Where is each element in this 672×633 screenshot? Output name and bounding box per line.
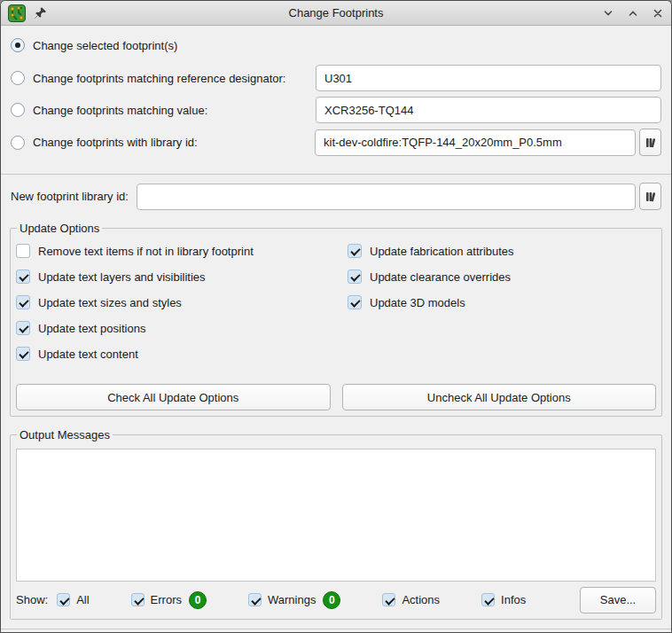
checkbox-show-errors[interactable]	[131, 593, 145, 606]
chevron-down-icon	[603, 8, 613, 19]
dialog-footer: Close Change	[1, 629, 671, 633]
output-messages-panel	[16, 449, 656, 582]
radio-match-reference[interactable]	[11, 71, 25, 85]
uncheck-all-button[interactable]: Uncheck All Update Options	[342, 384, 657, 410]
browse-library-button[interactable]	[639, 129, 661, 156]
option-row: Update text layers and visibilities	[16, 268, 348, 285]
separator	[1, 174, 671, 175]
show-filter-row: Show: All Errors 0 Warnings 0 Act	[16, 586, 656, 613]
filter-warnings: Warnings 0	[248, 591, 340, 609]
checkbox-show-warnings[interactable]	[248, 593, 262, 606]
browse-new-library-button[interactable]	[639, 183, 661, 210]
filter-label: All	[76, 593, 89, 606]
chevron-up-icon	[628, 8, 638, 19]
dialog-content: Change selected footprint(s) Change foot…	[1, 26, 671, 633]
checkbox-label: Update text layers and visibilities	[38, 270, 206, 284]
checkbox-update-text-sizes[interactable]	[16, 295, 30, 309]
option-row: Update fabrication attributes	[348, 242, 656, 260]
checkbox-label: Update fabrication attributes	[370, 245, 514, 258]
checkbox-label: Update text positions	[38, 322, 145, 335]
checkbox-update-fabrication-attributes[interactable]	[348, 244, 362, 258]
radio-match-value[interactable]	[11, 103, 25, 117]
new-library-row: New footprint library id:	[1, 183, 671, 210]
filter-label: Warnings	[268, 593, 316, 606]
close-icon	[652, 8, 663, 19]
output-messages-group: Output Messages Show: All Errors 0 Warni…	[10, 428, 662, 620]
checkbox-update-text-positions[interactable]	[16, 321, 30, 335]
window-controls	[602, 7, 664, 20]
errors-count-badge: 0	[189, 591, 207, 609]
library-books-icon	[645, 137, 657, 149]
new-library-id-input[interactable]	[137, 184, 636, 210]
checkbox-label: Update 3D models	[370, 296, 465, 309]
checkbox-remove-text-items[interactable]	[16, 244, 30, 258]
filter-all: All	[57, 593, 89, 606]
warnings-count-badge: 0	[323, 591, 340, 609]
checkbox-label: Update text sizes and styles	[38, 296, 182, 309]
checkbox-update-3d-models[interactable]	[348, 295, 362, 309]
option-row: Update clearance overrides	[348, 268, 656, 285]
update-options-left-column: Remove text items if not in library foot…	[16, 242, 348, 371]
update-options-columns: Remove text items if not in library foot…	[16, 242, 656, 371]
filter-label: Actions	[402, 593, 440, 606]
filter-label: Errors	[151, 593, 182, 606]
new-library-label: New footprint library id:	[11, 190, 129, 203]
close-button[interactable]	[652, 7, 664, 20]
filter-actions: Actions	[382, 593, 440, 606]
value-input[interactable]	[316, 97, 661, 123]
radio-label: Change footprints with library id:	[33, 136, 198, 149]
show-label: Show:	[16, 593, 48, 606]
update-options-right-column: Update fabrication attributes Update cle…	[348, 242, 656, 371]
checkbox-update-clearance-overrides[interactable]	[348, 270, 362, 284]
save-button[interactable]: Save...	[580, 587, 656, 613]
update-options-title: Update Options	[17, 222, 102, 235]
library-books-icon	[645, 191, 657, 203]
checkbox-update-text-layers[interactable]	[16, 270, 30, 284]
checkbox-show-all[interactable]	[57, 593, 70, 606]
checkbox-label: Update text content	[38, 348, 138, 361]
checkbox-label: Update clearance overrides	[370, 270, 511, 284]
check-all-button[interactable]: Check All Update Options	[16, 384, 331, 410]
reference-designator-input[interactable]	[316, 65, 661, 91]
radio-row-selected-footprints: Change selected footprint(s)	[1, 36, 671, 54]
radio-row-reference: Change footprints matching reference des…	[1, 65, 671, 91]
update-options-buttons: Check All Update Options Uncheck All Upd…	[16, 384, 656, 410]
option-row: Remove text items if not in library foot…	[16, 242, 348, 260]
filter-label: Infos	[501, 593, 526, 606]
kicad-app-icon	[8, 4, 26, 22]
option-row: Update text content	[16, 345, 348, 363]
radio-row-library-id: Change footprints with library id:	[1, 129, 671, 156]
change-footprints-dialog: Change Footprints Change selected footpr…	[0, 0, 672, 633]
radio-row-value: Change footprints matching value:	[1, 97, 671, 123]
radio-label: Change footprints matching value:	[33, 104, 207, 117]
window-title: Change Footprints	[1, 6, 671, 20]
update-options-group: Update Options Remove text items if not …	[10, 222, 662, 417]
minimize-button[interactable]	[602, 7, 614, 20]
checkbox-show-actions[interactable]	[382, 593, 395, 606]
radio-label: Change selected footprint(s)	[33, 39, 177, 52]
checkbox-update-text-content[interactable]	[16, 347, 30, 361]
radio-label: Change footprints matching reference des…	[33, 72, 285, 85]
checkbox-show-infos[interactable]	[481, 593, 495, 606]
option-row: Update text positions	[16, 319, 348, 337]
radio-change-selected[interactable]	[11, 38, 25, 52]
filter-errors: Errors 0	[131, 591, 207, 609]
pin-icon[interactable]	[34, 6, 47, 20]
option-row: Update text sizes and styles	[16, 293, 348, 311]
maximize-button[interactable]	[627, 7, 639, 20]
filter-infos: Infos	[481, 593, 526, 606]
titlebar: Change Footprints	[1, 1, 671, 26]
library-id-input[interactable]	[315, 129, 636, 156]
checkbox-label: Remove text items if not in library foot…	[38, 245, 254, 258]
output-messages-title: Output Messages	[17, 428, 113, 442]
option-row: Update 3D models	[348, 293, 656, 311]
radio-match-library-id[interactable]	[11, 136, 25, 150]
